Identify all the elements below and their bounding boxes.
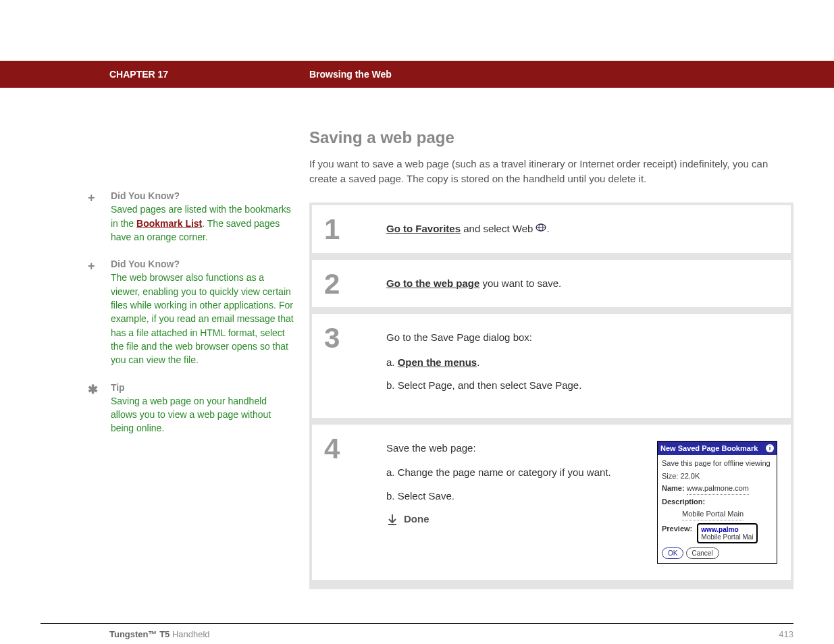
go-to-web-page-link[interactable]: Go to the web page: [386, 277, 479, 289]
done-row: Done: [386, 512, 644, 527]
page-number: 413: [779, 629, 793, 639]
asterisk-icon: ✱: [88, 381, 108, 398]
web-icon: [536, 221, 546, 237]
preview-box: www.palmo Mobile Portal Mai: [697, 523, 757, 543]
step3a-prefix: a.: [386, 356, 398, 368]
dyk1-title: Did You Know?: [111, 190, 180, 201]
did-you-know-1: + Did You Know? Saved pages are listed w…: [88, 189, 296, 244]
preview-l1: www.palmo: [701, 526, 738, 533]
step-4: 4 Save the web page: a. Change the page …: [312, 425, 791, 580]
open-the-menus-link[interactable]: Open the menus: [398, 356, 477, 368]
step1-tail: .: [546, 223, 549, 234]
size-value: 22.0K: [681, 472, 700, 480]
tip-block: ✱ Tip Saving a web page on your handheld…: [88, 381, 296, 435]
dyk2-text: The web browser also functions as a view…: [111, 272, 294, 365]
step-number: 2: [312, 260, 386, 308]
name-label: Name:: [662, 484, 685, 492]
chapter-title: Browsing the Web: [309, 69, 392, 80]
dialog-line1: Save this page for offline viewing: [662, 458, 773, 469]
dyk2-title: Did You Know?: [111, 259, 180, 269]
desc-label: Description:: [662, 498, 705, 506]
did-you-know-2: + Did You Know? The web browser also fun…: [88, 257, 296, 367]
page-title: Saving a web page: [309, 128, 793, 147]
step-number: 3: [312, 314, 386, 418]
main-content: Saving a web page If you want to save a …: [309, 88, 793, 589]
desc-field[interactable]: Mobile Portal Main: [682, 508, 744, 520]
step3-intro: Go to the Save Page dialog box:: [386, 330, 777, 346]
step3b: b. Select Page, and then select Save Pag…: [386, 378, 777, 394]
size-label: Size:: [662, 472, 678, 480]
chapter-label: CHAPTER 17: [0, 69, 309, 80]
dialog-title: New Saved Page Bookmark: [660, 443, 758, 454]
steps-container: 1 Go to Favorites and select Web . 2 Go …: [309, 203, 793, 589]
step-1: 1 Go to Favorites and select Web .: [312, 205, 791, 253]
step-number: 1: [312, 205, 386, 253]
step-3: 3 Go to the Save Page dialog box: a. Ope…: [312, 314, 791, 418]
preview-l2: Mobile Portal Mai: [701, 533, 753, 541]
done-label: Done: [404, 512, 429, 527]
cancel-button[interactable]: Cancel: [686, 547, 719, 559]
tip-title: Tip: [111, 382, 125, 393]
tip-text: Saving a web page on your handheld allow…: [111, 396, 271, 434]
step-2: 2 Go to the web page you want to save.: [312, 260, 791, 308]
step2-after: you want to save.: [479, 277, 561, 289]
sidebar: + Did You Know? Saved pages are listed w…: [41, 88, 309, 589]
ok-button[interactable]: OK: [662, 547, 683, 559]
plus-icon: +: [88, 257, 108, 275]
preview-label: Preview:: [662, 525, 692, 533]
product-bold: Tungsten™ T5: [109, 629, 170, 639]
chapter-header: CHAPTER 17 Browsing the Web: [0, 61, 834, 88]
step-number: 4: [312, 425, 386, 580]
step4b: b. Select Save.: [386, 489, 644, 504]
info-icon[interactable]: i: [766, 444, 774, 452]
go-to-favorites-link[interactable]: Go to Favorites: [386, 223, 461, 234]
step4-intro: Save the web page:: [386, 441, 644, 456]
done-arrow-icon: [386, 514, 398, 526]
name-field[interactable]: www.palmone.com: [687, 483, 749, 495]
page-footer: Tungsten™ T5 Handheld 413: [41, 623, 793, 644]
plus-icon: +: [88, 189, 108, 207]
step4a: a. Change the page name or category if y…: [386, 465, 644, 481]
step3a-tail: .: [477, 356, 479, 368]
step1-after: and select Web: [461, 223, 536, 234]
bookmark-list-link[interactable]: Bookmark List: [136, 218, 202, 229]
product-rest: Handheld: [170, 629, 209, 639]
page-intro: If you want to save a web page (such as …: [309, 157, 793, 186]
save-page-dialog: New Saved Page Bookmark i Save this page…: [657, 441, 777, 564]
